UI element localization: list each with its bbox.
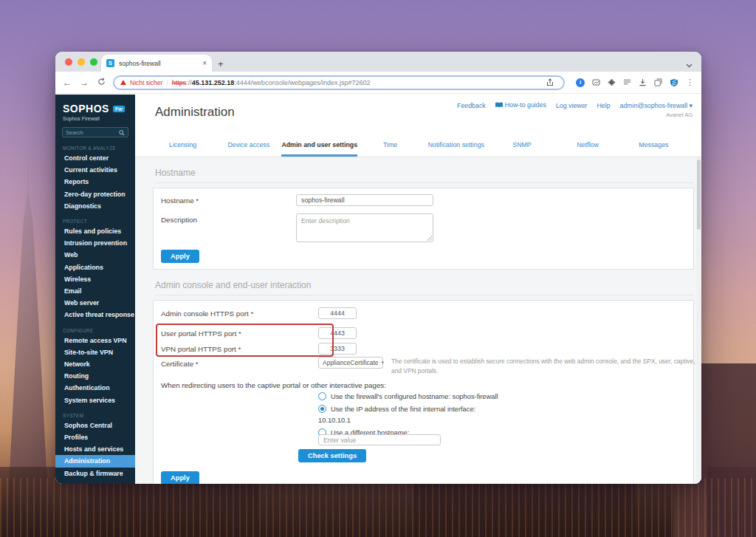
tab-admin-and-user-settings[interactable]: Admin and user settings [281,135,357,157]
vpn-portal-port-input[interactable] [318,343,357,355]
sidebar-item-web[interactable]: Web [55,249,135,261]
sidebar-subtitle: Sophos Firewall [55,114,135,121]
textarea-resize-grip[interactable] [427,236,432,241]
url-text: https://45.131.252.18:4444/webconsole/we… [172,79,371,86]
radio-icon[interactable] [318,392,326,400]
sidebar-item-rules-and-policies[interactable]: Rules and policies [55,225,135,237]
guides-book-icon [495,102,503,109]
admin-console-port-input[interactable] [318,307,357,319]
different-hostname-input[interactable] [318,434,441,445]
url-host: 45.131.252.18 [192,79,235,86]
sidebar-item-routing[interactable]: Routing [55,370,135,382]
sidebar-item-backup-firmware[interactable]: Backup & firmware [55,468,135,479]
extension-circle-icon[interactable]: i [576,78,585,87]
vpn-portal-port-label: VPN portal HTTPS port * [161,345,241,353]
tab-window-icon[interactable] [654,78,662,86]
check-settings-button[interactable]: Check settings [298,449,366,462]
scrollbar-thumb[interactable] [697,160,701,230]
hostname-panel: Hostname * Description Apply [153,188,694,270]
reload-button[interactable] [96,78,106,88]
minimize-window-button[interactable] [78,58,85,66]
sidebar-item-profiles[interactable]: Profiles [55,431,135,443]
sidebar-item-network[interactable]: Network [55,358,135,370]
back-button[interactable]: ← [62,78,72,88]
extension-flag-icon[interactable] [592,79,600,86]
sidebar-item-reports[interactable]: Reports [55,176,135,188]
help-link[interactable]: Help [597,102,610,109]
account-menu[interactable]: admin@sophos-firewall ▾ [620,102,693,109]
log-viewer-link[interactable]: Log viewer [556,102,588,109]
sidebar-item-site-to-site-vpn[interactable]: Site-to-site VPN [55,346,135,358]
sidebar-item-wireless[interactable]: Wireless [55,273,135,285]
sidebar-item-authentication[interactable]: Authentication [55,382,135,394]
interface-ip-value: 10.10.10.1 [318,417,351,424]
extensions-puzzle-icon[interactable] [608,78,616,86]
browser-toolbar: ← → Nicht sicher | https://45.131.252.18… [55,72,701,94]
downloads-icon[interactable] [639,78,647,86]
tab-netflow[interactable]: Netflow [555,135,621,157]
sophos-logo: SOPHOS Fw [55,95,135,114]
sidebar-item-applications[interactable]: Applications [55,261,135,273]
user-portal-port-label: User portal HTTPS port * [161,329,241,338]
url-path: :4444/webconsole/webpages/index.jsp#7260… [234,79,370,86]
new-tab-button[interactable]: + [218,59,224,69]
address-bar[interactable]: Nicht sicher | https://45.131.252.18:444… [113,75,565,90]
sidebar-section-monitor-analyze: MONITOR & ANALYZE [55,139,135,152]
browser-tab[interactable]: S sophos-firewall × [101,55,212,72]
tab-device-access[interactable]: Device access [216,135,281,157]
search-input[interactable] [66,129,119,136]
sophos-favicon: S [106,59,114,67]
radio-configured-hostname[interactable]: Use the firewall's configured hostname: … [318,392,498,400]
tab-snmp[interactable]: SNMP [489,135,554,157]
select-caret-icon: ▾ [382,360,385,366]
description-textarea[interactable] [296,213,433,242]
sidebar-item-active-threat-response[interactable]: Active threat response [55,309,135,321]
sidebar-search[interactable] [62,127,128,137]
certificate-select[interactable]: ApplianceCertificate ▾ [318,357,383,369]
radio-icon-selected[interactable] [318,405,326,413]
tab-notification-settings[interactable]: Notification settings [423,135,489,157]
radio-ip-first-interface[interactable]: Use the IP address of the first internal… [318,405,475,413]
reading-list-icon[interactable] [623,79,631,86]
sidebar-item-system-services[interactable]: System services [55,394,135,406]
sidebar-item-email[interactable]: Email [55,285,135,297]
how-to-guides-link[interactable]: How-to guides [495,101,546,109]
sidebar-item-sophos-central[interactable]: Sophos Central [55,420,135,431]
page-scrollbar[interactable] [696,157,701,484]
sidebar-item-diagnostics[interactable]: Diagnostics [55,200,135,212]
url-scheme: https [172,79,187,86]
hostname-input[interactable] [296,194,433,206]
tab-search-chevron-icon[interactable] [686,58,693,71]
admin-apply-button[interactable]: Apply [161,471,199,484]
header-links: Feedback How-to guides Log viewer Help a… [457,101,693,109]
sidebar-item-administration[interactable]: Administration [55,455,135,467]
close-window-button[interactable] [65,58,72,66]
user-portal-port-input[interactable] [318,327,357,339]
share-icon[interactable] [546,78,554,86]
sidebar-section-system: SYSTEM [55,406,135,420]
sidebar-item-control-center[interactable]: Control center [55,152,135,164]
sophos-shield-icon[interactable] [670,78,678,87]
sidebar-item-intrusion-prevention[interactable]: Intrusion prevention [55,237,135,249]
browser-window: S sophos-firewall × + ← → Nicht sicher |… [55,52,701,484]
browser-menu-icon[interactable]: ⋮ [686,78,694,87]
certificate-help-text: The certificate is used to establish sec… [391,357,701,376]
forward-button[interactable]: → [79,78,89,88]
not-secure-label: Nicht sicher [130,79,162,86]
admin-console-port-label: Admin console HTTPS port * [161,309,253,318]
sidebar-item-zero-day-protection[interactable]: Zero-day protection [55,188,135,200]
tab-messages[interactable]: Messages [621,135,687,157]
sidebar-item-web-server[interactable]: Web server [55,297,135,309]
maximize-window-button[interactable] [90,58,97,66]
feedback-link[interactable]: Feedback [457,102,486,109]
tab-licensing[interactable]: Licensing [150,135,216,157]
hostname-apply-button[interactable]: Apply [161,250,199,263]
redirect-label: When redirecting users to the captive po… [161,381,386,389]
main-content: Administration Feedback How-to guides Lo… [135,95,701,484]
sidebar-item-hosts-and-services[interactable]: Hosts and services [55,443,135,455]
sidebar-section-configure: CONFIGURE [55,321,135,335]
sidebar-item-current-activities[interactable]: Current activities [55,164,135,176]
tab-close-icon[interactable]: × [202,59,207,67]
tab-time[interactable]: Time [357,135,423,157]
sidebar-item-remote-access-vpn[interactable]: Remote access VPN [55,335,135,346]
